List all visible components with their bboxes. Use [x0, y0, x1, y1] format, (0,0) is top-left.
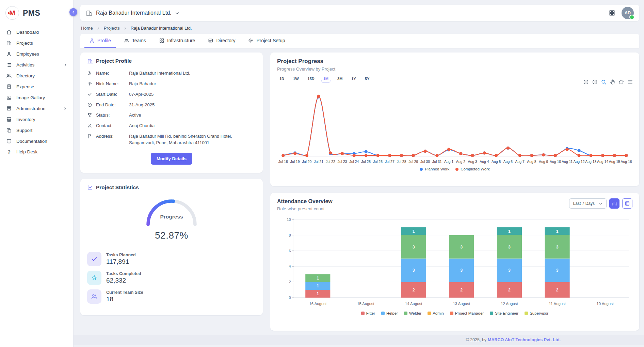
stat-value: 117,891	[106, 258, 136, 266]
stat-tasks-completed: Tasks Completed62,332	[87, 271, 256, 285]
field-label: Contact:	[96, 123, 125, 129]
sidebar-collapse-button[interactable]	[69, 8, 77, 16]
field-value: 07-Apr-2025	[129, 91, 256, 98]
sidebar-item-label: Image Gallary	[16, 95, 45, 100]
svg-text:Aug 9: Aug 9	[539, 160, 548, 164]
app-logo[interactable]: M PMS	[0, 3, 73, 27]
zoom-out-icon[interactable]	[592, 79, 598, 85]
person-icon	[6, 51, 12, 57]
svg-text:Jul 26: Jul 26	[373, 160, 383, 164]
range-3m[interactable]: 3M	[335, 76, 345, 81]
sidebar-item-directory[interactable]: Directory	[0, 70, 73, 81]
svg-text:1: 1	[317, 284, 319, 288]
chevron-right-icon	[97, 27, 100, 30]
card-title: Project Statistics	[96, 184, 139, 191]
range-1m[interactable]: 1M	[321, 76, 331, 81]
modify-details-button[interactable]: Modify Details	[151, 153, 192, 165]
people-icon	[6, 73, 12, 79]
bar-chart-legend: FitterHelperWelderAdminProject ManagerSi…	[277, 311, 632, 315]
svg-text:10: 10	[287, 217, 291, 222]
field-value: Raja Bahadur	[129, 81, 256, 87]
svg-text:14 August: 14 August	[405, 302, 422, 306]
svg-text:11 August: 11 August	[549, 302, 566, 306]
company-selector[interactable]: Raja Bahadur International Ltd.	[86, 10, 179, 16]
zoom-in-icon[interactable]	[583, 79, 589, 85]
tab-teams[interactable]: Teams	[119, 34, 151, 48]
svg-text:4: 4	[289, 264, 291, 268]
sidebar-item-employees[interactable]: Employees	[0, 48, 73, 59]
field-value: Active	[129, 112, 256, 119]
magnifier-icon[interactable]	[601, 79, 607, 85]
svg-text:Aug 13: Aug 13	[585, 160, 596, 164]
legend-item[interactable]: Fitter	[361, 311, 375, 315]
legend-item[interactable]: Planned Work	[420, 167, 449, 171]
main-content: Raja Bahadur International Ltd. AD Home …	[74, 0, 644, 347]
footer-company-link[interactable]: MARCO AIoT Technologies Pvt. Ltd.	[488, 337, 561, 342]
tab-directory[interactable]: Directory	[203, 34, 240, 48]
gear-icon	[248, 38, 254, 43]
svg-text:0: 0	[289, 296, 291, 300]
legend-item[interactable]: Welder	[404, 311, 421, 315]
brand-m-icon: M	[5, 6, 19, 20]
chevron-down-icon	[599, 202, 602, 206]
field-label: Nick Name:	[96, 81, 125, 87]
range-5y[interactable]: 5Y	[363, 76, 372, 81]
sidebar-item-inventory[interactable]: Inventory	[0, 114, 73, 125]
list-icon	[6, 62, 12, 68]
menu-icon[interactable]	[627, 79, 633, 85]
pan-hand-icon[interactable]	[610, 79, 615, 85]
legend-item[interactable]: Project Manager	[450, 311, 484, 315]
field-status: Status:Active	[87, 111, 256, 120]
sidebar-item-documentation[interactable]: Documentation	[0, 136, 73, 147]
svg-text:3: 3	[508, 245, 511, 250]
sidebar-item-projects[interactable]: Projects	[0, 37, 73, 48]
field-label: Address:	[96, 133, 125, 140]
legend-item[interactable]: Site Engineer	[490, 311, 518, 315]
legend-item[interactable]: Helper	[381, 311, 398, 315]
table-view-button[interactable]	[622, 198, 632, 209]
svg-text:1: 1	[413, 229, 415, 234]
legend-item[interactable]: Supervisor	[525, 311, 548, 315]
sidebar-item-administration[interactable]: Administration	[0, 103, 73, 114]
sidebar-item-label: Dashboard	[16, 30, 39, 35]
breadcrumb-projects[interactable]: Projects	[104, 26, 120, 31]
bar-chart-icon	[612, 201, 617, 206]
idcard-icon	[208, 38, 213, 43]
sidebar-item-support[interactable]: Support	[0, 125, 73, 136]
legend-item[interactable]: Admin	[428, 311, 444, 315]
project-progress-card: Project Progress Progress Overview by Pr…	[270, 52, 639, 186]
tab-infrastructure[interactable]: Infrastructure	[154, 34, 200, 48]
project-progress-chart: Jul 18Jul 19Jul 20Jul 21Jul 22Jul 23Jul …	[277, 90, 632, 171]
svg-text:Aug 15: Aug 15	[609, 160, 620, 164]
avatar[interactable]: AD	[622, 7, 634, 19]
svg-text:Aug 5: Aug 5	[492, 160, 501, 164]
sidebar-item-label: Help Desk	[16, 149, 37, 154]
tab-project-setup[interactable]: Project Setup	[243, 34, 290, 48]
bar-chart-view-button[interactable]	[609, 198, 619, 209]
svg-text:1: 1	[317, 291, 319, 296]
range-1w[interactable]: 1W	[291, 76, 301, 81]
sidebar-item-activities[interactable]: Activities	[0, 59, 73, 70]
sidebar-item-image-gallery[interactable]: Image Gallary	[0, 92, 73, 103]
svg-text:2: 2	[460, 288, 463, 292]
date-range-select[interactable]: Last 7 Days	[569, 198, 607, 209]
trophy-icon	[87, 112, 92, 118]
gauge-value: 52.87%	[87, 230, 256, 241]
range-15d[interactable]: 15D	[305, 76, 317, 81]
legend-item[interactable]: Completed Work	[455, 167, 489, 171]
circle-dot-icon	[87, 102, 92, 107]
tab-profile[interactable]: Profile	[84, 34, 116, 48]
svg-text:3: 3	[413, 245, 415, 250]
home-reset-icon[interactable]	[618, 79, 624, 85]
range-1y[interactable]: 1Y	[349, 76, 358, 81]
field-label: Status:	[96, 112, 125, 119]
apps-grid-icon[interactable]	[609, 10, 615, 16]
svg-text:3: 3	[556, 245, 559, 250]
breadcrumb-home[interactable]: Home	[81, 26, 93, 31]
sidebar-item-expense[interactable]: Expense	[0, 81, 73, 92]
range-1d[interactable]: 1D	[277, 76, 287, 81]
sidebar-item-help-desk[interactable]: ?Help Desk	[0, 147, 73, 157]
sidebar-item-dashboard[interactable]: Dashboard	[0, 27, 73, 37]
footer: © 2025, by MARCO AIoT Technologies Pvt. …	[74, 335, 644, 345]
legend-swatch	[490, 312, 493, 315]
